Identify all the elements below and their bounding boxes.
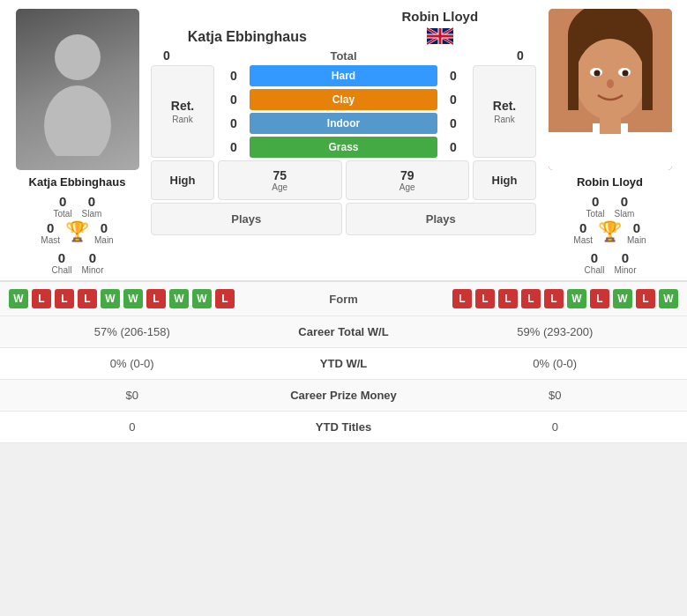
left-player-col: Katja Ebbinghaus 0 Total 0 Slam 0 Mast 🏆: [9, 9, 146, 275]
form-badge: L: [215, 289, 235, 308]
right-rank-box: Ret. Rank: [473, 65, 536, 158]
left-main-label: Main: [94, 235, 114, 245]
form-badge: W: [123, 289, 143, 308]
left-rank-box: Ret. Rank: [151, 65, 214, 158]
right-total-item: 0 Total: [586, 194, 606, 219]
bottom-section: WLLLWWLWWL Form LLLLLWLWLW 57% (206-158)…: [0, 280, 687, 443]
stat-left-val: 0% (0-0): [9, 357, 256, 370]
hard-btn: Hard: [250, 65, 437, 86]
right-stats-bottom: 0 Chall 0 Minor: [583, 250, 636, 275]
stat-right-val: 59% (293-200): [432, 325, 679, 338]
right-chall-label: Chall: [583, 265, 605, 275]
form-badge: L: [452, 289, 472, 308]
form-badge: W: [567, 289, 586, 308]
right-hard-score: 0: [437, 69, 469, 83]
right-mast-val: 0: [573, 220, 593, 235]
left-form: WLLLWWLWWL: [9, 289, 291, 308]
total-row: 0 Total 0: [151, 48, 536, 63]
left-player-name: Katja Ebbinghaus: [29, 175, 126, 189]
right-age-label: Age: [400, 182, 415, 192]
trophy-icon: 🏆: [65, 220, 89, 243]
svg-rect-14: [600, 113, 621, 134]
left-chall-item: 0 Chall: [50, 250, 72, 275]
stat-right-val: $0: [432, 389, 679, 402]
right-minor-label: Minor: [615, 265, 637, 275]
form-badge: L: [498, 289, 518, 308]
svg-rect-16: [642, 57, 653, 110]
left-main-val: 0: [94, 220, 114, 235]
stat-line: 57% (206-158) Career Total W/L 59% (293-…: [0, 316, 687, 348]
right-indoor-score: 0: [437, 116, 469, 130]
right-rank-label: Rank: [494, 115, 514, 124]
form-badge: L: [146, 289, 166, 308]
svg-point-0: [55, 34, 101, 80]
right-plays-text: Plays: [426, 212, 456, 226]
svg-rect-15: [568, 57, 579, 110]
right-player-col: Robin Lloyd 0 Total 0 Slam 0 Mast 🏆: [541, 9, 678, 275]
right-high-box: High: [473, 160, 536, 200]
stat-line: 0% (0-0) YTD W/L 0% (0-0): [0, 348, 687, 380]
left-stats-top: 0 Total 0 Slam: [53, 194, 102, 219]
right-form: LLLLLWLWLW: [397, 289, 679, 308]
left-photo-placeholder: [16, 9, 139, 170]
app-container: Katja Ebbinghaus 0 Total 0 Slam 0 Mast 🏆: [0, 0, 687, 443]
svg-point-11: [607, 79, 614, 88]
clay-row: 0 Clay 0: [218, 89, 469, 110]
form-badge: W: [169, 289, 189, 308]
left-chall-label: Chall: [50, 265, 72, 275]
right-slam-item: 0 Slam: [615, 194, 635, 219]
left-minor-item: 0 Minor: [82, 250, 104, 275]
right-clay-score: 0: [437, 93, 469, 107]
right-player-photo: [549, 9, 672, 170]
stat-center-label: YTD Titles: [256, 420, 432, 434]
center-right-name: Robin Lloyd: [344, 9, 537, 45]
left-plays-text: Plays: [231, 212, 261, 226]
plays-row: Plays Plays: [151, 203, 536, 235]
right-player-name: Robin Lloyd: [577, 175, 643, 189]
stat-line: $0 Career Prize Money $0: [0, 380, 687, 412]
right-age-box: 79 Age: [346, 160, 470, 200]
left-rank-val: Ret.: [171, 99, 194, 113]
left-main-item: 0 Main: [94, 220, 114, 245]
left-mast-item: 0 Mast: [41, 220, 60, 245]
form-badge: L: [55, 289, 74, 308]
form-badge: L: [590, 289, 609, 308]
stat-right-val: 0: [432, 420, 679, 434]
left-hard-score: 0: [218, 69, 250, 83]
left-mast-label: Mast: [41, 235, 60, 245]
surface-scores: 0 Hard 0 0 Clay 0 0 Indoor 0: [218, 65, 469, 158]
left-rank-label: Rank: [172, 115, 192, 124]
high-age-row: High 75 Age 79 Age High: [151, 160, 536, 200]
right-total-val: 0: [586, 194, 606, 209]
main-area: Katja Ebbinghaus 0 Total 0 Slam 0 Mast 🏆: [0, 0, 687, 280]
svg-point-10: [622, 71, 628, 77]
left-minor-val: 0: [82, 250, 104, 265]
stat-right-val: 0% (0-0): [432, 357, 679, 370]
stat-line: 0 YTD Titles 0: [0, 412, 687, 443]
right-photo-real: [549, 9, 672, 170]
form-badge: W: [192, 289, 212, 308]
stat-lines: 57% (206-158) Career Total W/L 59% (293-…: [0, 316, 687, 443]
stat-center-label: YTD W/L: [256, 357, 432, 370]
right-age-val: 79: [400, 168, 414, 182]
left-name-text: Katja Ebbinghaus: [188, 29, 307, 44]
total-label: Total: [183, 49, 504, 63]
form-badge: L: [475, 289, 495, 308]
right-trophy-row: 0 Mast 🏆 0 Main: [573, 220, 646, 245]
form-badge: L: [521, 289, 541, 308]
stat-left-val: $0: [9, 389, 256, 402]
form-label: Form: [291, 293, 397, 306]
form-badge: L: [636, 289, 655, 308]
grass-btn: Grass: [250, 137, 437, 158]
stat-left-val: 0: [9, 420, 256, 434]
left-total-score: 0: [151, 48, 183, 63]
right-minor-item: 0 Minor: [615, 250, 637, 275]
left-total-label: Total: [53, 209, 73, 219]
rank-scores-area: Ret. Rank 0 Hard 0 0 Clay 0: [151, 65, 536, 158]
left-high-text: High: [170, 174, 196, 187]
right-plays-box: Plays: [346, 203, 537, 235]
form-badge: W: [613, 289, 632, 308]
svg-point-1: [44, 85, 111, 156]
silhouette-icon: [38, 24, 117, 156]
right-player-portrait: [549, 9, 672, 170]
